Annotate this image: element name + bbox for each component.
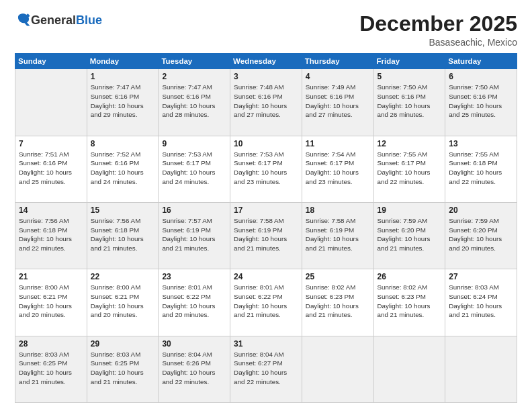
day-info: Sunrise: 8:04 AM Sunset: 6:26 PM Dayligh… bbox=[162, 350, 226, 387]
calendar-cell: 14Sunrise: 7:56 AM Sunset: 6:18 PM Dayli… bbox=[15, 202, 87, 269]
day-info: Sunrise: 7:59 AM Sunset: 6:20 PM Dayligh… bbox=[378, 216, 442, 253]
day-info: Sunrise: 7:51 AM Sunset: 6:16 PM Dayligh… bbox=[19, 150, 83, 187]
day-info: Sunrise: 7:59 AM Sunset: 6:20 PM Dayligh… bbox=[449, 216, 513, 253]
calendar-cell bbox=[373, 336, 445, 402]
calendar-cell: 10Sunrise: 7:53 AM Sunset: 6:17 PM Dayli… bbox=[230, 136, 302, 202]
day-info: Sunrise: 8:02 AM Sunset: 6:23 PM Dayligh… bbox=[306, 283, 370, 320]
calendar-cell: 4Sunrise: 7:49 AM Sunset: 6:16 PM Daylig… bbox=[302, 69, 373, 136]
calendar-cell: 12Sunrise: 7:55 AM Sunset: 6:17 PM Dayli… bbox=[373, 136, 445, 202]
calendar-cell: 26Sunrise: 8:02 AM Sunset: 6:23 PM Dayli… bbox=[373, 269, 445, 336]
day-info: Sunrise: 7:50 AM Sunset: 6:16 PM Dayligh… bbox=[378, 83, 442, 120]
calendar-cell bbox=[302, 336, 373, 402]
calendar-cell: 27Sunrise: 8:03 AM Sunset: 6:24 PM Dayli… bbox=[445, 269, 517, 336]
day-number: 9 bbox=[162, 139, 226, 148]
day-info: Sunrise: 7:54 AM Sunset: 6:17 PM Dayligh… bbox=[306, 150, 370, 187]
day-number: 18 bbox=[306, 205, 370, 215]
calendar-cell: 17Sunrise: 7:58 AM Sunset: 6:19 PM Dayli… bbox=[230, 202, 302, 269]
col-sunday: Sunday bbox=[15, 54, 87, 69]
calendar-cell: 5Sunrise: 7:50 AM Sunset: 6:16 PM Daylig… bbox=[373, 69, 445, 136]
week-row-5: 28Sunrise: 8:03 AM Sunset: 6:25 PM Dayli… bbox=[15, 336, 517, 402]
day-info: Sunrise: 8:03 AM Sunset: 6:25 PM Dayligh… bbox=[19, 350, 83, 387]
day-number: 8 bbox=[91, 139, 155, 148]
day-info: Sunrise: 7:55 AM Sunset: 6:18 PM Dayligh… bbox=[449, 150, 513, 187]
col-saturday: Saturday bbox=[445, 54, 517, 69]
calendar-cell: 13Sunrise: 7:55 AM Sunset: 6:18 PM Dayli… bbox=[445, 136, 517, 202]
day-number: 1 bbox=[91, 72, 155, 81]
day-number: 5 bbox=[378, 72, 442, 81]
calendar-cell: 25Sunrise: 8:02 AM Sunset: 6:23 PM Dayli… bbox=[302, 269, 373, 336]
calendar-table: Sunday Monday Tuesday Wednesday Thursday… bbox=[15, 53, 517, 403]
calendar-cell: 15Sunrise: 7:56 AM Sunset: 6:18 PM Dayli… bbox=[87, 202, 159, 269]
calendar-cell: 3Sunrise: 7:48 AM Sunset: 6:16 PM Daylig… bbox=[230, 69, 302, 136]
calendar-cell: 29Sunrise: 8:03 AM Sunset: 6:25 PM Dayli… bbox=[87, 336, 159, 402]
day-number: 26 bbox=[378, 272, 442, 281]
day-info: Sunrise: 7:50 AM Sunset: 6:16 PM Dayligh… bbox=[449, 83, 513, 120]
calendar-cell: 18Sunrise: 7:58 AM Sunset: 6:19 PM Dayli… bbox=[302, 202, 373, 269]
calendar-cell: 28Sunrise: 8:03 AM Sunset: 6:25 PM Dayli… bbox=[15, 336, 87, 402]
day-info: Sunrise: 8:02 AM Sunset: 6:23 PM Dayligh… bbox=[378, 283, 442, 320]
day-number: 20 bbox=[449, 205, 513, 215]
calendar-cell: 1Sunrise: 7:47 AM Sunset: 6:16 PM Daylig… bbox=[87, 69, 159, 136]
day-number: 25 bbox=[306, 272, 370, 281]
day-info: Sunrise: 7:57 AM Sunset: 6:19 PM Dayligh… bbox=[162, 216, 226, 253]
calendar-cell: 16Sunrise: 7:57 AM Sunset: 6:19 PM Dayli… bbox=[159, 202, 230, 269]
day-info: Sunrise: 7:56 AM Sunset: 6:18 PM Dayligh… bbox=[91, 216, 155, 253]
week-row-1: 1Sunrise: 7:47 AM Sunset: 6:16 PM Daylig… bbox=[15, 69, 517, 136]
calendar-cell: 24Sunrise: 8:01 AM Sunset: 6:22 PM Dayli… bbox=[230, 269, 302, 336]
calendar-cell: 20Sunrise: 7:59 AM Sunset: 6:20 PM Dayli… bbox=[445, 202, 517, 269]
day-info: Sunrise: 7:58 AM Sunset: 6:19 PM Dayligh… bbox=[234, 216, 298, 253]
day-number: 16 bbox=[162, 205, 226, 215]
day-number: 22 bbox=[91, 272, 155, 281]
day-info: Sunrise: 7:47 AM Sunset: 6:16 PM Dayligh… bbox=[91, 83, 155, 120]
day-number: 31 bbox=[234, 339, 298, 349]
day-number: 29 bbox=[91, 339, 155, 349]
calendar-cell: 30Sunrise: 8:04 AM Sunset: 6:26 PM Dayli… bbox=[159, 336, 230, 402]
calendar-cell: 2Sunrise: 7:47 AM Sunset: 6:16 PM Daylig… bbox=[159, 69, 230, 136]
calendar-cell: 7Sunrise: 7:51 AM Sunset: 6:16 PM Daylig… bbox=[15, 136, 87, 202]
day-number: 13 bbox=[449, 139, 513, 148]
col-friday: Friday bbox=[373, 54, 445, 69]
calendar-cell: 9Sunrise: 7:53 AM Sunset: 6:17 PM Daylig… bbox=[159, 136, 230, 202]
day-info: Sunrise: 8:00 AM Sunset: 6:21 PM Dayligh… bbox=[91, 283, 155, 320]
logo-blue-text: Blue bbox=[76, 13, 102, 27]
day-number: 6 bbox=[449, 72, 513, 81]
day-number: 3 bbox=[234, 72, 298, 81]
day-info: Sunrise: 7:47 AM Sunset: 6:16 PM Dayligh… bbox=[162, 83, 226, 120]
day-info: Sunrise: 7:53 AM Sunset: 6:17 PM Dayligh… bbox=[234, 150, 298, 187]
calendar-cell: 23Sunrise: 8:01 AM Sunset: 6:22 PM Dayli… bbox=[159, 269, 230, 336]
day-info: Sunrise: 8:03 AM Sunset: 6:25 PM Dayligh… bbox=[91, 350, 155, 387]
day-number: 23 bbox=[162, 272, 226, 281]
calendar-cell bbox=[445, 336, 517, 402]
col-wednesday: Wednesday bbox=[230, 54, 302, 69]
day-info: Sunrise: 7:48 AM Sunset: 6:16 PM Dayligh… bbox=[234, 83, 298, 120]
col-tuesday: Tuesday bbox=[159, 54, 230, 69]
day-number: 17 bbox=[234, 205, 298, 215]
col-monday: Monday bbox=[87, 54, 159, 69]
title-section: December 2025 Basaseachic, Mexico bbox=[359, 12, 517, 48]
calendar-cell bbox=[15, 69, 87, 136]
day-number: 14 bbox=[19, 205, 83, 215]
day-info: Sunrise: 7:49 AM Sunset: 6:16 PM Dayligh… bbox=[306, 83, 370, 120]
day-number: 15 bbox=[91, 205, 155, 215]
page: GeneralBlue December 2025 Basaseachic, M… bbox=[0, 0, 532, 411]
day-number: 7 bbox=[19, 139, 83, 148]
calendar-header-row: Sunday Monday Tuesday Wednesday Thursday… bbox=[15, 54, 517, 69]
day-number: 24 bbox=[234, 272, 298, 281]
day-number: 4 bbox=[306, 72, 370, 81]
day-number: 2 bbox=[162, 72, 226, 81]
week-row-3: 14Sunrise: 7:56 AM Sunset: 6:18 PM Dayli… bbox=[15, 202, 517, 269]
day-info: Sunrise: 7:58 AM Sunset: 6:19 PM Dayligh… bbox=[306, 216, 370, 253]
day-info: Sunrise: 8:01 AM Sunset: 6:22 PM Dayligh… bbox=[234, 283, 298, 320]
day-info: Sunrise: 7:53 AM Sunset: 6:17 PM Dayligh… bbox=[162, 150, 226, 187]
calendar-cell: 31Sunrise: 8:04 AM Sunset: 6:27 PM Dayli… bbox=[230, 336, 302, 402]
calendar-cell: 11Sunrise: 7:54 AM Sunset: 6:17 PM Dayli… bbox=[302, 136, 373, 202]
day-number: 28 bbox=[19, 339, 83, 349]
day-info: Sunrise: 7:55 AM Sunset: 6:17 PM Dayligh… bbox=[378, 150, 442, 187]
day-number: 11 bbox=[306, 139, 370, 148]
week-row-4: 21Sunrise: 8:00 AM Sunset: 6:21 PM Dayli… bbox=[15, 269, 517, 336]
day-number: 21 bbox=[19, 272, 83, 281]
day-info: Sunrise: 8:00 AM Sunset: 6:21 PM Dayligh… bbox=[19, 283, 83, 320]
day-number: 12 bbox=[378, 139, 442, 148]
day-info: Sunrise: 8:03 AM Sunset: 6:24 PM Dayligh… bbox=[449, 283, 513, 320]
day-number: 30 bbox=[162, 339, 226, 349]
